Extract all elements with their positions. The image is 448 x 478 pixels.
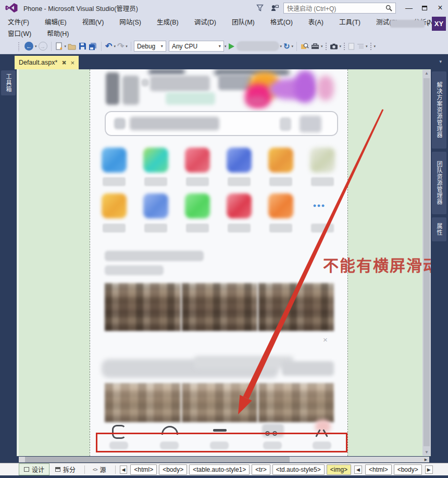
menu-tools[interactable]: 工具(T): [331, 17, 368, 27]
navigate-back-button[interactable]: ←: [24, 42, 33, 51]
phone-page-canvas[interactable]: ••• ×: [90, 69, 348, 456]
tab-overflow-caret-icon[interactable]: ▾: [439, 59, 442, 64]
browser-caret-icon[interactable]: ▾: [280, 44, 282, 48]
navigate-forward-button[interactable]: →: [39, 42, 47, 51]
avatar[interactable]: XY: [432, 17, 446, 31]
refresh-button[interactable]: ↻: [283, 41, 290, 52]
redo-button[interactable]: ↷: [117, 41, 124, 52]
app-tile[interactable]: [143, 148, 168, 173]
horizontal-scroll-track[interactable]: [19, 457, 429, 462]
solution-configuration-dropdown[interactable]: Debug▾: [134, 41, 166, 52]
menu-table[interactable]: 表(A): [301, 17, 331, 27]
menu-format[interactable]: 格式(O): [263, 17, 301, 27]
account-dropdown-caret-icon[interactable]: ▾: [427, 21, 429, 26]
horizontal-scroll-thumb[interactable]: [25, 457, 290, 462]
nav-feed-icon[interactable]: [213, 429, 227, 432]
screenshot-camera-button[interactable]: [330, 41, 338, 52]
dismiss-card-icon[interactable]: ×: [323, 335, 328, 344]
minimize-button[interactable]: —: [401, 2, 417, 14]
toolbar-overflow-dots[interactable]: [343, 42, 345, 51]
tag-nav-left-icon[interactable]: ◀: [120, 465, 128, 474]
solution-platform-dropdown[interactable]: Any CPU▾: [169, 41, 224, 52]
tag-body-2[interactable]: <body>: [394, 464, 422, 475]
menu-window[interactable]: 窗口(W): [0, 28, 39, 38]
close-button[interactable]: ×: [432, 2, 448, 14]
phone-search-bar[interactable]: [105, 111, 338, 136]
tag-nav-left-icon[interactable]: ◀: [354, 465, 362, 474]
blurred-photo[interactable]: [105, 283, 181, 331]
document-outline-button[interactable]: [348, 41, 355, 52]
document-tab-default-aspx[interactable]: Default.aspx* ✚ ×: [15, 56, 79, 69]
menu-view[interactable]: 视图(V): [74, 17, 112, 27]
undo-caret-icon[interactable]: ▾: [114, 44, 116, 48]
app-tile[interactable]: [310, 148, 335, 173]
menu-build[interactable]: 生成(B): [149, 17, 186, 27]
design-view-button[interactable]: 设计: [19, 463, 49, 475]
app-tile[interactable]: [185, 148, 210, 173]
toolbar-overflow-dots[interactable]: [325, 42, 327, 51]
app-tile[interactable]: [268, 148, 293, 173]
app-tile[interactable]: [227, 193, 252, 218]
blurred-photo[interactable]: [182, 383, 257, 422]
tag-body[interactable]: <body>: [159, 464, 187, 475]
find-in-files-button[interactable]: [301, 41, 309, 52]
save-all-button[interactable]: [89, 41, 97, 52]
platform-overflow-caret-icon[interactable]: ▾: [225, 44, 227, 48]
scroll-right-icon[interactable]: ▶: [422, 457, 429, 462]
toolbar-overflow-caret-icon[interactable]: ▾: [374, 44, 376, 48]
search-icon[interactable]: [385, 5, 392, 11]
tag-tr[interactable]: <tr>: [252, 464, 270, 475]
sidebar-tab-solution-explorer[interactable]: 解决方案资源管理器: [432, 71, 446, 149]
menu-help[interactable]: 帮助(H): [39, 28, 77, 38]
quick-launch-input[interactable]: 快速启动 (Ctrl+Q): [283, 3, 396, 14]
undo-button[interactable]: ↶: [105, 41, 112, 52]
scroll-down-icon[interactable]: ▼: [422, 450, 431, 455]
pin-icon[interactable]: ✚: [60, 58, 68, 67]
menu-website[interactable]: 网站(S): [111, 17, 149, 27]
sidebar-tab-toolbox[interactable]: 工具箱: [1, 70, 16, 95]
start-debugging-button[interactable]: [229, 43, 234, 50]
send-feedback-icon[interactable]: [269, 2, 280, 14]
new-item-caret-icon[interactable]: ▾: [65, 44, 67, 48]
toolbar-overflow-dots[interactable]: [370, 42, 372, 51]
tag-html-2[interactable]: <html>: [365, 464, 392, 475]
menu-file[interactable]: 文件(F): [0, 17, 37, 27]
tag-nav-right-icon[interactable]: ▶: [425, 465, 433, 474]
blurred-photo[interactable]: [258, 383, 334, 422]
tag-table[interactable]: <table.auto-style1>: [189, 464, 250, 475]
app-tile[interactable]: [185, 193, 210, 218]
toolbox-button[interactable]: [311, 41, 319, 52]
tag-td[interactable]: <td.auto-style5>: [272, 464, 325, 475]
menu-debug[interactable]: 调试(D): [186, 17, 224, 27]
blurred-photo[interactable]: [258, 283, 334, 331]
tag-html[interactable]: <html>: [130, 464, 157, 475]
blurred-photo[interactable]: [182, 283, 257, 331]
refresh-caret-icon[interactable]: ▾: [291, 44, 293, 48]
format-indent-button[interactable]: [357, 41, 364, 52]
toolbox-caret-icon[interactable]: ▾: [321, 44, 323, 48]
toolbar-drag-handle[interactable]: [18, 42, 20, 51]
more-apps-dots[interactable]: •••: [313, 201, 326, 211]
new-item-button[interactable]: [55, 41, 63, 52]
save-button[interactable]: [79, 41, 86, 52]
split-view-button[interactable]: 拆分: [51, 464, 80, 475]
back-dropdown-caret-icon[interactable]: ▾: [35, 44, 37, 48]
menu-team[interactable]: 团队(M): [224, 17, 263, 27]
redo-caret-icon[interactable]: ▾: [126, 44, 128, 48]
sidebar-tab-properties[interactable]: 属性: [432, 217, 446, 241]
browser-select-dropdown-blurred[interactable]: [237, 41, 279, 51]
design-horizontal-scrollbar[interactable]: ◀ ▶: [0, 456, 448, 463]
app-tile[interactable]: [102, 148, 127, 173]
blurred-photo[interactable]: [105, 383, 181, 422]
app-tile[interactable]: [268, 193, 293, 218]
feedback-funnel-icon[interactable]: [254, 2, 266, 14]
account-area[interactable]: ▾ XY: [390, 17, 446, 31]
scroll-up-icon[interactable]: ▲: [422, 71, 431, 76]
toolbar-caret-icon[interactable]: ▾: [366, 44, 368, 48]
sidebar-tab-team-explorer[interactable]: 团队资源管理器: [432, 152, 446, 214]
app-tile[interactable]: [143, 193, 168, 218]
app-tile[interactable]: [227, 148, 252, 173]
open-file-button[interactable]: [68, 41, 77, 52]
maximize-button[interactable]: [417, 2, 432, 14]
app-tile[interactable]: [102, 193, 127, 218]
